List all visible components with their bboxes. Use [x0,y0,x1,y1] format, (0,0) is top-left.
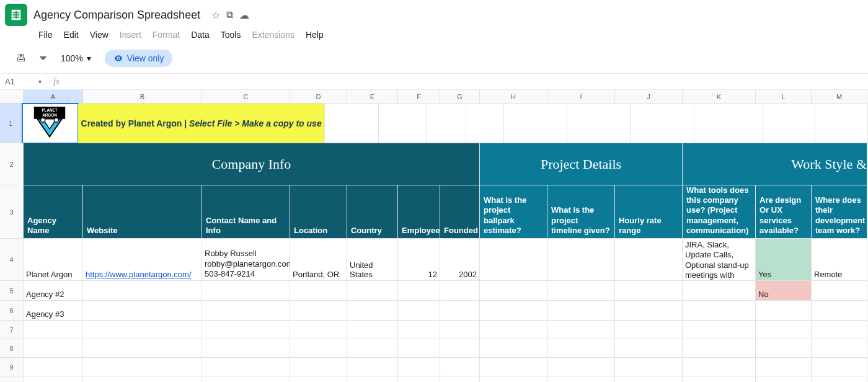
cloud-icon[interactable]: ☁ [239,9,249,21]
cell-m1[interactable] [815,104,868,143]
cell-k5[interactable] [683,281,756,301]
cell-l1[interactable] [763,104,816,143]
cell-g4[interactable]: 2002 [440,239,480,281]
cell-a4[interactable]: Planet Argon [24,239,83,281]
hdr-ballpark[interactable]: What is the project ballpark estimate? [480,185,547,239]
cell-b5[interactable] [83,281,202,301]
row-header-7[interactable]: 7 [0,321,24,339]
col-header-e[interactable]: E [347,90,398,104]
col-header-c[interactable]: C [202,90,290,104]
cell-m5[interactable] [812,281,867,301]
hdr-contact[interactable]: Contact Name and Info [202,185,290,239]
cell-h5[interactable] [480,281,547,301]
cell-b6[interactable] [83,301,202,321]
menu-file[interactable]: File [33,27,58,42]
cell-e5[interactable] [347,281,398,301]
section-project-details[interactable]: Project Details [480,143,683,185]
cell-c6[interactable] [202,301,290,321]
menu-view[interactable]: View [85,27,113,42]
section-work-style[interactable]: Work Style & [683,143,867,185]
cell-i4[interactable] [547,239,615,281]
print-icon[interactable]: 🖶 [14,50,29,66]
menu-tools[interactable]: Tools [216,27,246,42]
cell-h6[interactable] [480,301,547,321]
cell-e4[interactable]: United States [347,239,398,281]
col-header-b[interactable]: B [83,90,202,104]
row-header-6[interactable]: 6 [0,301,24,321]
cell-a1[interactable]: PLANET ARGON [22,104,78,143]
cell-d1[interactable] [325,104,379,143]
cell-j5[interactable] [615,281,683,301]
col-header-h[interactable]: H [480,90,547,104]
cell-e6[interactable] [347,301,398,321]
menu-help[interactable]: Help [301,27,329,42]
cell-i5[interactable] [547,281,615,301]
hdr-timeline[interactable]: What is the project timeline given? [547,185,615,239]
row-header-2[interactable]: 2 [0,143,24,185]
cell-l4[interactable]: Yes [756,239,812,281]
cell-k6[interactable] [683,301,756,321]
cell-h4[interactable] [480,239,547,281]
cell-i1[interactable] [567,104,631,143]
cell-g6[interactable] [440,301,480,321]
name-box[interactable]: A1 ▾ [0,74,47,89]
row-header-4[interactable]: 4 [0,239,24,281]
cell-l6[interactable] [756,301,812,321]
cell-c4[interactable]: Robby Russell robby@planetargon.com 503-… [202,239,290,281]
hdr-rate[interactable]: Hourly rate range [615,185,683,239]
col-header-f[interactable]: F [398,90,440,104]
cell-f4[interactable]: 12 [398,239,440,281]
col-header-i[interactable]: I [547,90,615,104]
row-header-10[interactable]: 10 [0,376,24,382]
cell-c5[interactable] [202,281,290,301]
menu-edit[interactable]: Edit [59,27,84,42]
cell-banner[interactable]: Created by Planet Argon | Select File > … [78,104,326,143]
row-header-9[interactable]: 9 [0,358,24,376]
cell-j4[interactable] [615,239,683,281]
hdr-tools[interactable]: What tools does this company use? (Proje… [683,185,756,239]
cell-j6[interactable] [615,301,683,321]
col-header-m[interactable]: M [812,90,867,104]
hdr-design[interactable]: Are design Or UX services available? [756,185,812,239]
cell-d5[interactable] [290,281,347,301]
move-icon[interactable]: ⧉ [226,9,233,20]
cell-f5[interactable] [398,281,440,301]
menu-data[interactable]: Data [186,27,215,42]
cell-g1[interactable] [466,104,503,143]
cell-m4[interactable]: Remote [812,239,867,281]
row-header-8[interactable]: 8 [0,339,24,358]
document-title[interactable]: Agency Comparison Spreadsheet [33,9,200,21]
hdr-website[interactable]: Website [83,185,202,239]
cell-f1[interactable] [427,104,466,143]
cell-e1[interactable] [379,104,427,143]
cell-f6[interactable] [398,301,440,321]
col-header-l[interactable]: L [756,90,812,104]
filter-icon[interactable]: ⏷ [36,50,51,66]
cell-i6[interactable] [547,301,615,321]
row-header-1[interactable]: 1 [0,104,22,143]
zoom-control[interactable]: 100% ▾ [61,53,91,63]
hdr-remote[interactable]: Where does their development team work? [812,185,867,239]
cell-d4[interactable]: Portland, OR [290,239,347,281]
cell-h1[interactable] [504,104,567,143]
website-link[interactable]: https://www.planetargon.com/ [86,270,192,279]
select-all-corner[interactable] [0,90,24,104]
hdr-country[interactable]: Country [347,185,398,239]
hdr-agency[interactable]: Agency Name [24,185,83,239]
hdr-employees[interactable]: Employees [398,185,440,239]
col-header-k[interactable]: K [683,90,756,104]
col-header-d[interactable]: D [290,90,347,104]
cell-j1[interactable] [631,104,694,143]
col-header-j[interactable]: J [615,90,683,104]
col-header-a[interactable]: A [24,90,83,104]
row-header-5[interactable]: 5 [0,281,24,301]
cell-d6[interactable] [290,301,347,321]
row-header-3[interactable]: 3 [0,185,24,239]
star-icon[interactable]: ☆ [211,9,220,21]
cell-k4[interactable]: JIRA, Slack, Update Calls, Optional stan… [683,239,756,281]
section-company-info[interactable]: Company Info [24,143,480,185]
cell-m6[interactable] [812,301,867,321]
view-only-badge[interactable]: View only [105,50,173,67]
cell-b4[interactable]: https://www.planetargon.com/ [83,239,202,281]
col-header-g[interactable]: G [440,90,480,104]
